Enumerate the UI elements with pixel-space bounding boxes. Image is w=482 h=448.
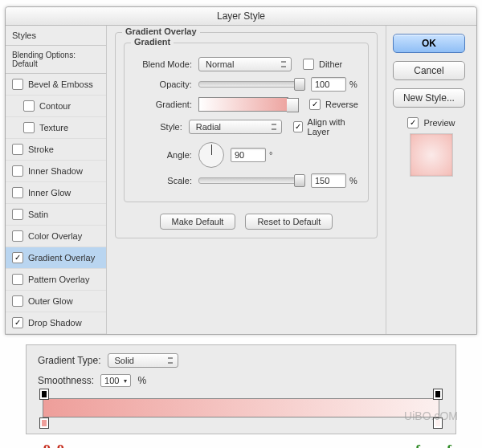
style-item-label: Pattern Overlay	[28, 275, 89, 284]
gradient-bar[interactable]	[43, 398, 439, 417]
label-opacity: Opacity:	[134, 79, 192, 89]
style-item-label: Outer Glow	[28, 296, 73, 306]
color-stop-right[interactable]	[433, 417, 443, 429]
style-item-label: Stroke	[28, 145, 54, 154]
opacity-stop-right[interactable]	[433, 389, 443, 400]
dropdown-arrow-icon[interactable]: ▾	[124, 377, 127, 385]
gradient-swatch[interactable]	[198, 97, 288, 112]
scale-slider[interactable]	[198, 177, 304, 184]
preview-checkbox[interactable]: Preview	[407, 117, 455, 128]
angle-dial[interactable]	[198, 142, 224, 168]
inner-group-title: Gradient	[131, 37, 174, 47]
style-item-label: Texture	[39, 123, 68, 132]
checkbox-icon[interactable]	[12, 165, 23, 177]
checkbox-icon[interactable]	[12, 209, 23, 220]
align-label: Align with Layer	[308, 117, 358, 136]
checkbox-icon[interactable]	[12, 187, 23, 198]
label-style: Style:	[134, 122, 182, 132]
smoothness-input[interactable]: 100 ▾	[100, 374, 131, 387]
angle-input[interactable]: 90	[231, 148, 266, 162]
action-panel: OK Cancel New Style... Preview	[386, 26, 476, 334]
percent-unit: %	[137, 375, 146, 386]
group-title: Gradient Overlay	[122, 26, 200, 36]
style-item-stroke[interactable]: Stroke	[6, 139, 106, 161]
row-scale: Scale: 150 %	[134, 173, 358, 188]
style-item-label: Satin	[28, 210, 48, 219]
style-item-label: Inner Glow	[28, 188, 71, 198]
style-item-label: Inner Shadow	[28, 166, 83, 176]
label-angle: Angle:	[134, 150, 192, 160]
opacity-stop-left[interactable]	[39, 389, 49, 400]
style-item-label: Bevel & Emboss	[28, 79, 93, 89]
preview-label: Preview	[423, 118, 455, 128]
checkbox-icon[interactable]	[23, 100, 35, 112]
row-blend-mode: Blend Mode: Normal Dither	[134, 57, 358, 71]
style-item-label: Color Overlay	[28, 231, 82, 241]
gradient-editor-panel: Gradient Type: Solid Smoothness: 100 ▾ %	[26, 344, 456, 434]
dither-label: Dither	[319, 59, 342, 69]
dialog-body: Styles Blending Options: Default Bevel &…	[6, 26, 476, 334]
dither-checkbox[interactable]: Dither	[303, 59, 342, 70]
checkbox-icon[interactable]	[12, 79, 23, 90]
degree-unit: °	[269, 150, 272, 160]
gradient-type-select[interactable]: Solid	[108, 353, 178, 368]
opacity-input[interactable]: 100	[311, 77, 346, 92]
style-select[interactable]: Radial	[189, 120, 282, 134]
checkbox-icon[interactable]	[12, 317, 23, 328]
checkbox-icon[interactable]	[303, 59, 314, 70]
blend-mode-select[interactable]: Normal	[198, 57, 292, 71]
smoothness-value: 100	[104, 376, 119, 385]
reverse-label: Reverse	[325, 100, 358, 109]
checkbox-icon[interactable]	[23, 122, 35, 133]
row-smoothness: Smoothness: 100 ▾ %	[38, 374, 444, 387]
row-style: Style: Radial Align with Layer	[134, 117, 358, 136]
preview-swatch	[410, 133, 453, 177]
checkbox-icon[interactable]	[12, 295, 23, 307]
scale-input[interactable]: 150	[311, 173, 346, 188]
align-checkbox[interactable]: Align with Layer	[293, 117, 358, 136]
row-gradient: Gradient: Reverse	[134, 97, 358, 112]
checkbox-icon[interactable]	[12, 274, 23, 285]
row-opacity: Opacity: 100 %	[134, 77, 358, 92]
style-item-inner-glow[interactable]: Inner Glow	[6, 182, 106, 204]
reset-default-button[interactable]: Reset to Default	[245, 214, 333, 230]
opacity-slider[interactable]	[198, 81, 304, 88]
label-gradient-type: Gradient Type:	[38, 355, 101, 366]
hex-left: ee9e9a	[31, 442, 71, 448]
style-item-gradient-overlay[interactable]: Gradient Overlay	[6, 247, 106, 269]
ok-button[interactable]: OK	[393, 34, 465, 53]
label-gradient: Gradient:	[134, 100, 192, 109]
new-style-button[interactable]: New Style...	[393, 88, 465, 108]
reverse-checkbox[interactable]: Reverse	[309, 99, 358, 110]
gradient-overlay-group: Gradient Overlay Gradient Blend Mode: No…	[115, 32, 378, 238]
styles-panel: Styles Blending Options: Default Bevel &…	[6, 26, 107, 334]
style-item-color-overlay[interactable]: Color Overlay	[6, 226, 106, 247]
cancel-button[interactable]: Cancel	[393, 61, 465, 80]
make-default-button[interactable]: Make Default	[160, 214, 236, 230]
default-buttons-row: Make Default Reset to Default	[124, 214, 369, 230]
style-item-outer-glow[interactable]: Outer Glow	[6, 291, 106, 312]
color-stop-left[interactable]	[39, 417, 49, 429]
style-item-label: Drop Shadow	[28, 318, 82, 328]
styles-header[interactable]: Styles	[6, 26, 106, 46]
style-item-contour[interactable]: Contour	[6, 96, 106, 117]
style-item-drop-shadow[interactable]: Drop Shadow	[6, 312, 106, 334]
gradient-bar-wrap	[38, 398, 444, 417]
checkbox-icon[interactable]	[12, 230, 23, 242]
style-item-texture[interactable]: Texture	[6, 117, 106, 139]
label-scale: Scale:	[134, 176, 192, 185]
checkbox-icon[interactable]	[293, 121, 303, 132]
checkbox-icon[interactable]	[12, 252, 23, 263]
checkbox-icon[interactable]	[407, 117, 419, 128]
hex-right: faeasf	[415, 442, 451, 448]
checkbox-icon[interactable]	[309, 99, 321, 110]
style-item-inner-shadow[interactable]: Inner Shadow	[6, 161, 106, 182]
checkbox-icon[interactable]	[12, 144, 23, 155]
style-item-pattern-overlay[interactable]: Pattern Overlay	[6, 269, 106, 291]
layer-style-dialog: Layer Style Styles Blending Options: Def…	[5, 6, 477, 335]
style-item-satin[interactable]: Satin	[6, 204, 106, 226]
percent-unit: %	[349, 79, 357, 89]
percent-unit: %	[349, 176, 357, 185]
blending-options-header[interactable]: Blending Options: Default	[6, 46, 106, 74]
style-item-bevel[interactable]: Bevel & Emboss	[6, 74, 106, 96]
